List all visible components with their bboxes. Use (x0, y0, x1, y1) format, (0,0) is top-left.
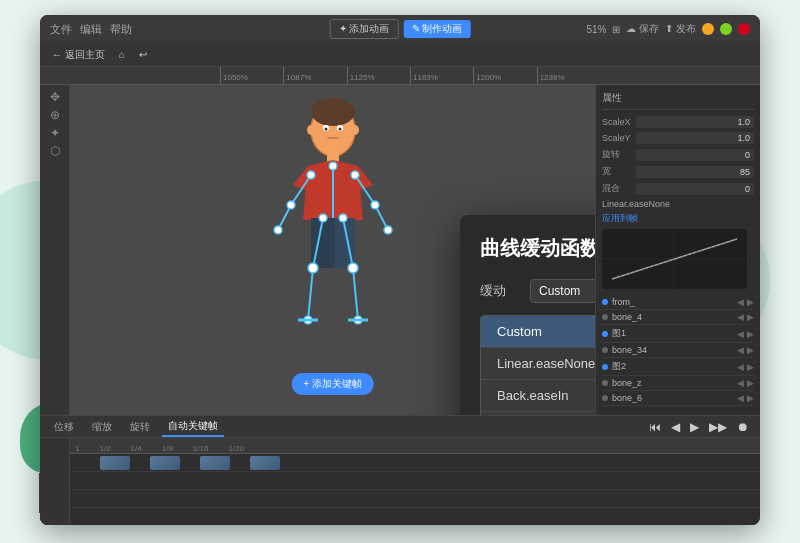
bone-dot (602, 314, 608, 320)
svg-point-7 (307, 125, 315, 135)
svg-point-27 (274, 226, 282, 234)
tab-rotation[interactable]: 旋转 (124, 418, 156, 436)
bone-name: bone_6 (612, 393, 733, 403)
track-thumb[interactable] (100, 456, 130, 470)
tool-icon-4[interactable]: ⬡ (50, 144, 60, 158)
timeline-ruler: 1050% 1087% 1125% 1163% 1200% 1238% (40, 67, 760, 85)
ruler-mark: 1/20 (228, 444, 244, 453)
track-thumb[interactable] (250, 456, 280, 470)
tool-icon[interactable]: ✥ (50, 90, 60, 104)
play-button[interactable]: ▶ (687, 419, 702, 435)
content-area: ✥ ⊕ ✦ ⬡ (40, 85, 760, 415)
tab-position[interactable]: 位移 (48, 418, 80, 436)
left-panel: ✥ ⊕ ✦ ⬡ (40, 85, 70, 415)
apply-frame-label[interactable]: 应用到帧 (602, 213, 638, 223)
canvas-area: + 添加关键帧 曲线缓动函数 缓动 Custom ▼ 应用到所有 Custom … (70, 85, 595, 415)
tab-scale[interactable]: 缩放 (86, 418, 118, 436)
curve-select[interactable]: Custom ▼ (530, 279, 595, 303)
menu-edit[interactable]: 编辑 (80, 22, 102, 37)
scalex-value[interactable]: 1.0 (636, 116, 754, 128)
svg-point-4 (324, 128, 327, 131)
prev-frame-button[interactable]: ⏮ (646, 419, 664, 435)
scalex-label: ScaleX (602, 117, 632, 127)
tool-icon-3[interactable]: ✦ (50, 126, 60, 140)
bone-name: from_ (612, 297, 733, 307)
publish-button[interactable]: ⬆ 发布 (665, 22, 696, 36)
menu-help[interactable]: 帮助 (110, 22, 132, 37)
svg-line-19 (308, 268, 313, 320)
play-back-button[interactable]: ◀ (668, 419, 683, 435)
curve-preview (602, 229, 747, 289)
minimize-button[interactable] (702, 23, 714, 35)
track-thumb[interactable] (200, 456, 230, 470)
blend-label: 混合 (602, 182, 632, 195)
add-keyframe-button[interactable]: + 添加关键帧 (291, 373, 374, 395)
easing-label: 缓动 (480, 282, 520, 300)
bone-item[interactable]: bone_z ◀ ▶ (602, 376, 754, 391)
bone-item[interactable]: bone_6 ◀ ▶ (602, 391, 754, 406)
ruler-mark: 1200% (473, 67, 536, 84)
save-button[interactable]: ☁ 保存 (626, 22, 659, 36)
curve-option-back-easein[interactable]: Back.easeIn (481, 380, 595, 412)
curve-row: 缓动 Custom ▼ 应用到所有 (480, 278, 595, 303)
svg-point-22 (329, 162, 337, 170)
ruler-mark: 1/4 (131, 444, 142, 453)
thumb-img (150, 456, 180, 470)
tool-icon-2[interactable]: ⊕ (50, 108, 60, 122)
track-thumb[interactable] (150, 456, 180, 470)
svg-point-1 (311, 98, 355, 126)
thumb-img (100, 456, 130, 470)
blend-value[interactable]: 0 (636, 183, 754, 195)
bone-name: bone_z (612, 378, 733, 388)
thumb-img (250, 456, 280, 470)
app-window: 文件 编辑 帮助 ✦ 添加动画 ✎ 制作动画 51% ⊞ ☁ 保存 ⬆ 发布 ←… (40, 15, 760, 525)
bone-item[interactable]: bone_4 ◀ ▶ (602, 310, 754, 325)
thumb-img (200, 456, 230, 470)
ruler-mark: 1/16 (193, 444, 209, 453)
width-label: 宽 (602, 165, 632, 178)
curve-dialog: 曲线缓动函数 缓动 Custom ▼ 应用到所有 Custom Linear.e… (460, 215, 595, 415)
tab-auto-keyframe[interactable]: 自动关键帧 (162, 417, 224, 437)
grid-icon[interactable]: ⊞ (612, 24, 620, 35)
bone-name: 图1 (612, 327, 733, 340)
bone-item[interactable]: 图2 ◀ ▶ (602, 358, 754, 376)
bone-item[interactable]: from_ ◀ ▶ (602, 295, 754, 310)
bone-name: bone_34 (612, 345, 733, 355)
play-forward-button[interactable]: ▶▶ (706, 419, 730, 435)
scaley-value[interactable]: 1.0 (636, 132, 754, 144)
record-button[interactable]: ⏺ (734, 419, 752, 435)
width-value[interactable]: 85 (636, 166, 754, 178)
curve-option-back-easeout[interactable]: Back.easeOut (481, 412, 595, 415)
menu-file[interactable]: 文件 (50, 22, 72, 37)
title-bar-menus: 文件 编辑 帮助 (50, 22, 132, 37)
track-row (70, 508, 760, 525)
maximize-button[interactable] (720, 23, 732, 35)
prop-rotation: 旋转 0 (602, 148, 754, 161)
prop-scalex: ScaleX 1.0 (602, 116, 754, 128)
add-animation-button[interactable]: ✦ 添加动画 (330, 19, 399, 39)
curve-option-custom[interactable]: Custom (481, 316, 595, 348)
ruler-mark: 1087% (283, 67, 346, 84)
rotation-value[interactable]: 0 (636, 149, 754, 161)
svg-point-25 (287, 201, 295, 209)
ruler-mark: 1050% (220, 67, 283, 84)
undo-icon[interactable]: ↩ (135, 48, 151, 61)
close-button[interactable] (738, 23, 750, 35)
curve-option-linear[interactable]: Linear.easeNone (481, 348, 595, 380)
bone-name: 图2 (612, 360, 733, 373)
back-button[interactable]: ← 返回主页 (48, 47, 109, 63)
bone-dot (602, 331, 608, 337)
edit-animation-button[interactable]: ✎ 制作动画 (404, 20, 471, 38)
svg-point-29 (319, 214, 327, 222)
bone-item[interactable]: 图1 ◀ ▶ (602, 325, 754, 343)
bone-dot (602, 347, 608, 353)
bone-item[interactable]: bone_34 ◀ ▶ (602, 343, 754, 358)
ruler-mark: 1 (75, 444, 79, 453)
bone-dot (602, 395, 608, 401)
ruler-marks: 1050% 1087% 1125% 1163% 1200% 1238% (220, 67, 600, 84)
home-icon[interactable]: ⌂ (115, 48, 129, 61)
svg-point-8 (351, 125, 359, 135)
right-panel-header: 属性 (602, 91, 754, 110)
toolbar: ← 返回主页 ⌂ ↩ (40, 43, 760, 67)
character-svg (223, 90, 443, 410)
